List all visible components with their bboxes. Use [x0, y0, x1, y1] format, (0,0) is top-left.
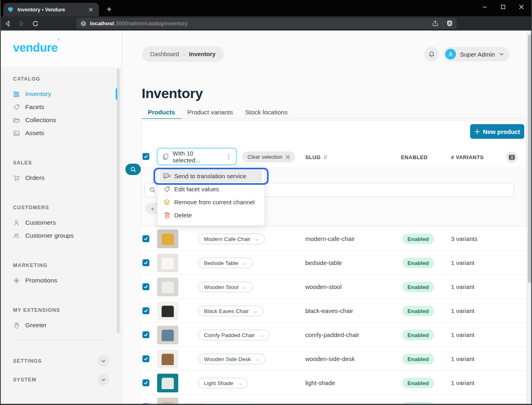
browser-window: Inventory • Vendure ✕ + localhost:3000/a… — [0, 0, 532, 405]
reload-button[interactable] — [29, 18, 42, 29]
row-checkbox[interactable] — [142, 283, 149, 290]
product-name-link[interactable]: Black Eaves Chair→ — [198, 306, 263, 316]
sidebar-item-label: Greeter — [25, 322, 47, 329]
product-slug: comfy-padded-chair — [305, 331, 359, 338]
notifications-button[interactable] — [424, 47, 439, 61]
variant-count: 1 variant — [451, 355, 475, 362]
page-scrollbar[interactable] — [527, 31, 532, 405]
forward-button[interactable] — [15, 18, 28, 29]
layers-icon — [163, 199, 171, 206]
row-checkbox[interactable] — [142, 259, 149, 266]
row-checkbox[interactable] — [142, 331, 149, 338]
product-name-link[interactable]: Wooden Stool→ — [198, 282, 253, 292]
arrow-right-icon: → — [242, 284, 247, 290]
search-icon — [130, 166, 136, 173]
sidebar-item-greeter[interactable]: Greeter — [13, 319, 122, 332]
product-name-link[interactable]: Bedside Table→ — [198, 258, 253, 268]
minimize-button[interactable] — [475, 0, 494, 14]
menu-item-send-to-translation[interactable]: aa Send to translation service — [160, 170, 262, 182]
user-menu[interactable]: Super Admin — [443, 47, 510, 61]
chevron-down-icon[interactable] — [98, 355, 109, 367]
close-icon — [286, 155, 290, 159]
brave-shield-icon[interactable] — [447, 20, 453, 27]
product-thumbnail — [157, 398, 178, 405]
tab-stock-locations[interactable]: Stock locations — [239, 106, 293, 118]
back-button[interactable] — [2, 18, 14, 29]
table-row: Wooden Stool→ wooden-stool Enabled 1 var… — [141, 275, 526, 299]
status-badge: Enabled — [402, 258, 434, 268]
sidebar-item-customers[interactable]: Customers — [13, 216, 122, 229]
menu-item-label: Delete — [174, 212, 192, 219]
product-name-link[interactable] — [198, 402, 255, 405]
product-slug: light-shade — [305, 379, 335, 386]
user-avatar — [445, 49, 456, 59]
sidebar-item-label: Orders — [25, 174, 44, 182]
tag-icon — [13, 104, 20, 111]
breadcrumb: Dashboard › Inventory — [142, 46, 224, 62]
new-product-button[interactable]: New product — [470, 124, 524, 139]
product-thumbnail — [157, 350, 178, 368]
hand-icon — [13, 322, 20, 329]
product-thumbnail — [157, 254, 178, 272]
bulk-actions-button[interactable]: With 10 selected... ⋮ — [157, 148, 237, 165]
sidebar-section-system[interactable]: SYSTEM — [13, 370, 109, 389]
breadcrumb-dashboard[interactable]: Dashboard — [150, 51, 179, 57]
arrow-right-icon: → — [242, 260, 247, 266]
product-name-link[interactable]: Modern Cafe Chair→ — [198, 234, 265, 244]
row-checkbox[interactable] — [142, 403, 149, 405]
status-badge: Enabled — [402, 354, 434, 364]
product-name-link[interactable]: Wooden Side Desk→ — [198, 354, 265, 364]
sidebar-item-promotions[interactable]: Promotions — [13, 274, 122, 287]
table-row: Wooden Side Desk→ wooden-side-desk Enabl… — [141, 347, 526, 371]
table-row: Black Eaves Chair→ black-eaves-chair Ena… — [141, 299, 526, 323]
browser-tab[interactable]: Inventory • Vendure ✕ — [3, 3, 99, 16]
arrow-right-icon: → — [236, 380, 242, 386]
menu-item-edit-facet-values[interactable]: Edit facet values — [160, 183, 262, 195]
row-checkbox[interactable] — [142, 355, 149, 362]
columns-icon — [509, 155, 515, 160]
sidebar-item-inventory[interactable]: Inventory — [13, 88, 122, 101]
maximize-button[interactable] — [494, 0, 512, 14]
column-header-slug[interactable]: SLUG — [305, 154, 328, 160]
product-name-link[interactable]: Comfy Padded Chair→ — [198, 330, 269, 340]
share-icon[interactable] — [432, 20, 439, 27]
product-slug: wooden-stool — [305, 283, 342, 290]
bulk-actions-menu: aa Send to translation service Edit face… — [157, 166, 265, 226]
scrollbar-thumb[interactable] — [528, 35, 532, 283]
clear-selection-label: Clear selection — [247, 154, 282, 160]
table-row: Modern Cafe Chair→ modern-cafe-chair Ena… — [141, 227, 526, 251]
section-label-customers: CUSTOMERS — [13, 205, 122, 210]
select-all-checkbox[interactable] — [142, 153, 149, 160]
translate-icon: aa — [163, 173, 171, 180]
column-settings-button[interactable] — [506, 151, 517, 163]
arrow-right-icon: → — [258, 332, 264, 338]
sidebar-section-settings[interactable]: SETTINGS — [13, 352, 109, 370]
tab-close-icon[interactable]: ✕ — [87, 6, 95, 14]
row-checkbox[interactable] — [142, 379, 149, 386]
clear-selection-button[interactable]: Clear selection — [242, 151, 295, 162]
search-toggle-button[interactable] — [125, 164, 141, 175]
sidebar-item-customer-groups[interactable]: Customer groups — [13, 229, 122, 242]
info-icon[interactable] — [81, 21, 86, 26]
user-icon — [13, 219, 20, 226]
product-name-link[interactable]: Light Shade→ — [198, 378, 248, 388]
row-checkbox[interactable] — [142, 235, 149, 242]
sidebar-item-label: Promotions — [25, 277, 57, 284]
sidebar-item-collections[interactable]: Collections — [13, 114, 122, 127]
tab-products[interactable]: Products — [142, 106, 181, 118]
sidebar-item-orders[interactable]: Orders — [13, 171, 122, 184]
table-row: Bedside Table→ bedside-table Enabled 1 v… — [141, 251, 526, 275]
chevron-down-icon[interactable] — [98, 374, 109, 385]
browser-toolbar: localhost:3000/admin/catalog/inventory — [0, 16, 532, 31]
menu-item-remove-from-channel[interactable]: Remove from current channel — [160, 196, 262, 208]
new-tab-button[interactable]: + — [104, 4, 114, 15]
user-name: Super Admin — [460, 51, 495, 58]
menu-item-delete[interactable]: Delete — [160, 209, 262, 221]
sidebar-item-facets[interactable]: Facets — [13, 101, 122, 114]
tag-icon — [163, 186, 171, 193]
url-bar[interactable]: localhost:3000/admin/catalog/inventory — [77, 18, 457, 29]
sidebar-item-assets[interactable]: Assets — [13, 127, 122, 140]
close-window-button[interactable] — [512, 0, 530, 14]
tab-product-variants[interactable]: Product variants — [181, 106, 239, 118]
row-checkbox[interactable] — [142, 307, 149, 314]
